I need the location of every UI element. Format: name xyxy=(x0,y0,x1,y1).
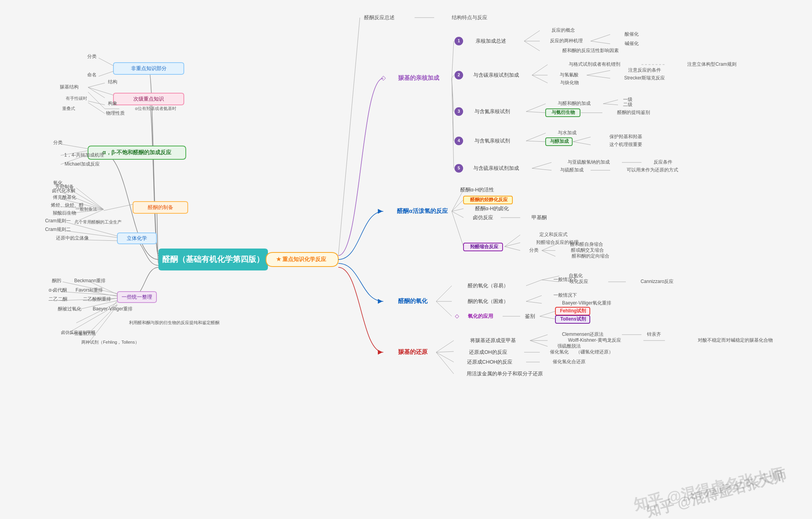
watermark-overlay: 知乎 @混得虚名张大师 xyxy=(632,464,785,515)
watermark: 知乎 @混得虚名张大师 xyxy=(644,466,789,519)
